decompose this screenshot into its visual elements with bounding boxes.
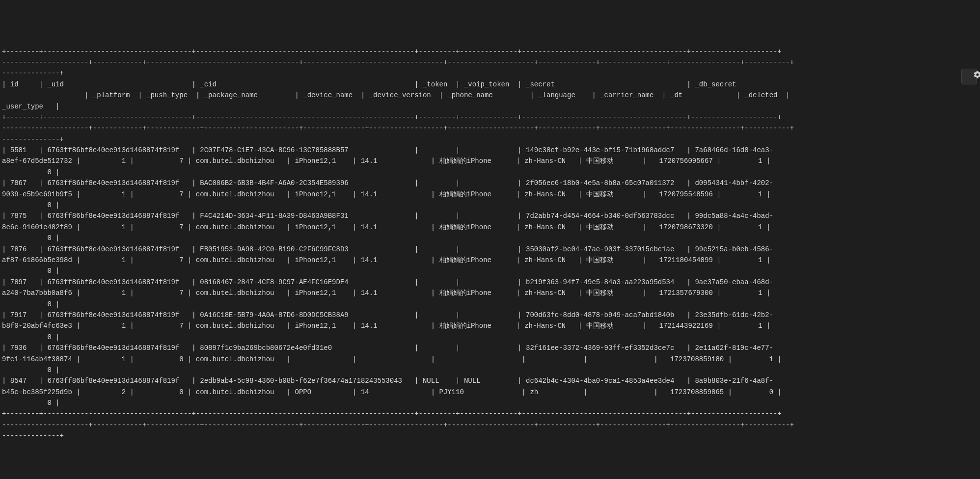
terminal-output: +--------+------------------------------…: [2, 46, 978, 442]
gear-icon: [956, 59, 980, 94]
settings-button[interactable]: [961, 69, 977, 84]
